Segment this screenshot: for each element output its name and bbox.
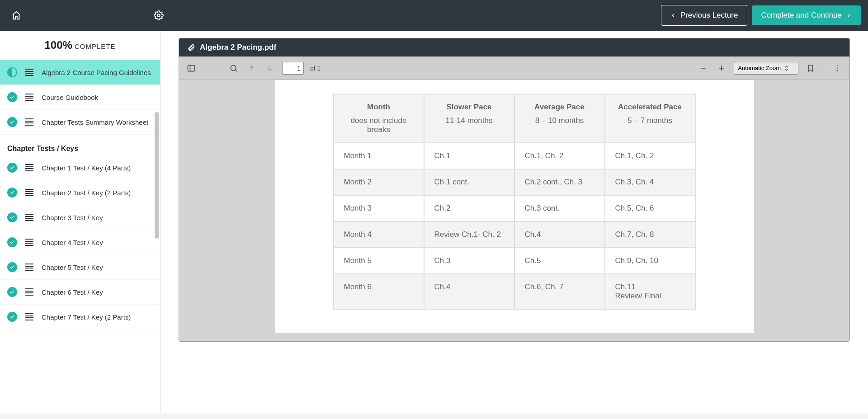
lesson-item[interactable]: Chapter 4 Test / Key bbox=[0, 230, 160, 255]
table-header: Accelerated Pace5 – 7 months bbox=[605, 94, 695, 143]
table-cell: Ch.1, Ch. 2 bbox=[514, 143, 605, 169]
zoom-out-icon[interactable] bbox=[698, 62, 709, 74]
document-icon bbox=[25, 288, 33, 296]
complete-continue-button[interactable]: Complete and Continue bbox=[752, 5, 861, 25]
svg-point-0 bbox=[157, 14, 160, 17]
table-cell: Review Ch.1- Ch. 2 bbox=[424, 221, 514, 248]
layout: 100% COMPLETE Algebra 2 Course Pacing Gu… bbox=[0, 31, 868, 419]
table-cell: Ch.4 bbox=[424, 274, 514, 309]
table-cell: Ch.2 bbox=[424, 195, 514, 221]
lesson-title: Chapter 6 Test / Key bbox=[42, 288, 103, 296]
section-title: Chapter Tests / Keys bbox=[0, 135, 160, 155]
pdf-page: Monthdoes not include breaksSlower Pace1… bbox=[275, 80, 754, 333]
table-cell: Month 2 bbox=[334, 169, 424, 195]
lesson-title: Chapter 7 Test / Key (2 Parts) bbox=[42, 313, 131, 321]
sidebar[interactable]: 100% COMPLETE Algebra 2 Course Pacing Gu… bbox=[0, 31, 160, 419]
check-icon bbox=[7, 287, 17, 297]
table-cell: Ch.5 bbox=[514, 248, 605, 274]
zoom-select[interactable]: Automatic Zoom bbox=[734, 62, 798, 75]
lesson-item[interactable]: Chapter 7 Test / Key (2 Parts) bbox=[0, 305, 160, 330]
table-cell: Ch.3 cont. bbox=[514, 195, 605, 221]
topbar-left bbox=[7, 10, 168, 21]
lesson-item[interactable]: Chapter 6 Test / Key bbox=[0, 280, 160, 305]
pacing-table: Monthdoes not include breaksSlower Pace1… bbox=[333, 94, 696, 310]
svg-point-11 bbox=[837, 67, 838, 69]
document-icon bbox=[25, 263, 33, 271]
check-icon bbox=[7, 212, 17, 222]
sidebar-toggle-icon[interactable] bbox=[185, 62, 197, 74]
lesson-item[interactable]: Algebra 2 Course Pacing Guidelines bbox=[0, 60, 160, 85]
lesson-item[interactable]: Chapter 1 Test / Key (4 Parts) bbox=[0, 155, 160, 180]
table-cell: Ch.7, Ch. 8 bbox=[605, 221, 695, 248]
check-icon bbox=[7, 117, 17, 127]
table-cell: Ch.6, Ch. 7 bbox=[514, 274, 605, 309]
document-icon bbox=[25, 213, 33, 221]
previous-lecture-label: Previous Lecture bbox=[680, 11, 738, 20]
check-icon bbox=[7, 312, 17, 322]
table-cell: Month 3 bbox=[334, 195, 424, 221]
topbar: Previous Lecture Complete and Continue bbox=[0, 0, 868, 31]
horizontal-scrollbar[interactable] bbox=[0, 413, 868, 419]
separator bbox=[824, 63, 824, 73]
lesson-item[interactable]: Chapter Tests Summary Worksheet bbox=[0, 110, 160, 135]
page-number-input[interactable] bbox=[282, 62, 304, 75]
pdf-container: Algebra 2 Pacing.pdf of 1 bbox=[179, 38, 850, 342]
page-total-label: of 1 bbox=[310, 65, 321, 72]
chevron-right-icon bbox=[846, 13, 852, 18]
search-icon[interactable] bbox=[228, 62, 240, 74]
table-cell: Ch.9, Ch. 10 bbox=[605, 248, 695, 274]
pdf-toolbar: of 1 Automatic Zoom bbox=[179, 56, 849, 80]
bookmark-icon[interactable] bbox=[805, 62, 816, 74]
svg-line-4 bbox=[235, 70, 237, 71]
document-icon bbox=[25, 238, 33, 246]
lesson-title: Chapter 5 Test / Key bbox=[42, 264, 103, 271]
topbar-right: Previous Lecture Complete and Continue bbox=[661, 5, 861, 26]
table-cell: Ch.4 bbox=[514, 221, 605, 248]
previous-lecture-button[interactable]: Previous Lecture bbox=[661, 5, 748, 26]
complete-continue-label: Complete and Continue bbox=[761, 11, 842, 20]
half-progress-icon bbox=[7, 67, 17, 77]
table-cell: Month 1 bbox=[334, 143, 424, 169]
progress-percent: 100% bbox=[44, 39, 72, 51]
table-header: Average Pace8 – 10 months bbox=[514, 94, 605, 143]
lesson-title: Course Guidebook bbox=[42, 94, 98, 101]
attachment-icon bbox=[187, 43, 195, 52]
document-icon bbox=[25, 188, 33, 197]
progress-block: 100% COMPLETE bbox=[0, 31, 160, 60]
document-icon bbox=[25, 93, 33, 101]
table-cell: Ch.1, Ch. 2 bbox=[605, 143, 695, 169]
next-page-icon[interactable] bbox=[264, 62, 276, 74]
check-icon bbox=[7, 188, 17, 198]
table-header: Monthdoes not include breaks bbox=[334, 94, 424, 143]
table-cell: Ch.11Review/ Final bbox=[605, 274, 695, 309]
dropdown-caret-icon bbox=[784, 65, 789, 71]
svg-point-10 bbox=[837, 65, 838, 66]
table-cell: Ch.1 cont. bbox=[424, 169, 514, 195]
table-cell: Ch.5, Ch. 6 bbox=[605, 195, 695, 221]
check-icon bbox=[7, 163, 17, 173]
prev-page-icon[interactable] bbox=[246, 62, 258, 74]
lesson-item[interactable]: Course Guidebook bbox=[0, 85, 160, 110]
gear-icon[interactable] bbox=[153, 10, 164, 21]
table-row: Month 6Ch.4Ch.6, Ch. 7Ch.11Review/ Final bbox=[334, 274, 695, 309]
check-icon bbox=[7, 262, 17, 272]
lesson-title: Chapter Tests Summary Worksheet bbox=[42, 118, 148, 126]
lesson-item[interactable]: Chapter 3 Test / Key bbox=[0, 205, 160, 230]
pdf-page-area[interactable]: Monthdoes not include breaksSlower Pace1… bbox=[179, 80, 849, 341]
more-menu-icon[interactable] bbox=[831, 62, 843, 74]
zoom-select-label: Automatic Zoom bbox=[738, 65, 781, 71]
table-row: Month 5Ch.3Ch.5Ch.9, Ch. 10 bbox=[334, 248, 695, 274]
table-row: Month 4Review Ch.1- Ch. 2Ch.4Ch.7, Ch. 8 bbox=[334, 221, 695, 248]
chevron-left-icon bbox=[670, 13, 676, 18]
check-icon bbox=[7, 92, 17, 102]
document-icon bbox=[25, 313, 33, 321]
lesson-item[interactable]: Chapter 2 Test / Key (2 Parts) bbox=[0, 180, 160, 205]
lesson-item[interactable]: Chapter 5 Test / Key bbox=[0, 255, 160, 280]
home-icon[interactable] bbox=[11, 10, 22, 21]
zoom-in-icon[interactable] bbox=[716, 62, 727, 74]
table-row: Month 1Ch.1Ch.1, Ch. 2Ch.1, Ch. 2 bbox=[334, 143, 695, 169]
table-header: Slower Pace11-14 months bbox=[424, 94, 514, 143]
lesson-title: Algebra 2 Course Pacing Guidelines bbox=[42, 69, 151, 76]
lesson-title: Chapter 3 Test / Key bbox=[42, 214, 103, 221]
table-cell: Month 5 bbox=[334, 248, 424, 274]
